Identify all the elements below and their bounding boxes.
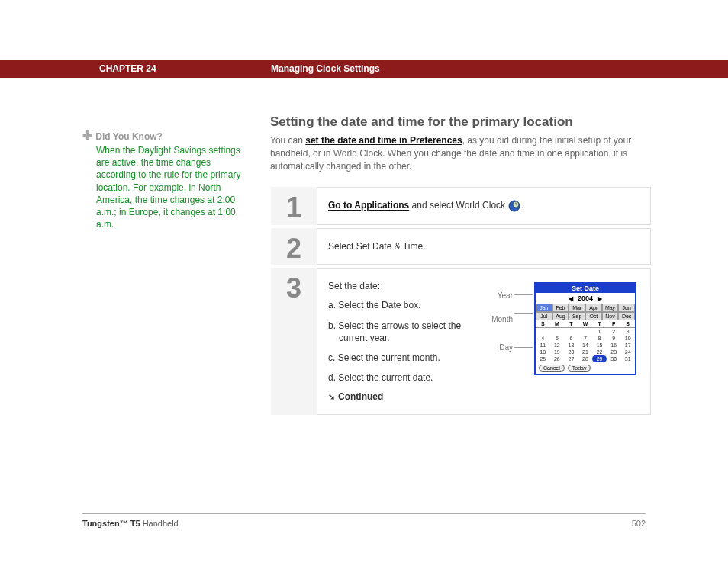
- day-grid: 1234567891011121314151617181920212223242…: [536, 328, 635, 362]
- day-16[interactable]: 16: [607, 342, 621, 349]
- day-24[interactable]: 24: [620, 349, 635, 355]
- day-header: T: [564, 321, 578, 327]
- day-26[interactable]: 26: [550, 355, 565, 362]
- set-date-dialog: Set Date ◀ 2004 ▶ JanFebMarAprMayJunJulA…: [534, 282, 636, 375]
- day-11[interactable]: 11: [536, 342, 550, 349]
- day-headers: SMTWTFS: [536, 320, 635, 328]
- step-1: 1 Go to Applications and select World Cl…: [271, 187, 651, 228]
- continued-arrow-icon: ➘: [328, 392, 335, 401]
- dialog-title: Set Date: [536, 284, 635, 293]
- substep-a: a. Select the Date box.: [328, 299, 478, 311]
- did-you-know-title: Did You Know?: [95, 131, 163, 142]
- month-aug[interactable]: Aug: [552, 312, 569, 320]
- dialog-buttons: Cancel Today: [536, 362, 635, 374]
- year-next-arrow-icon[interactable]: ▶: [598, 295, 602, 302]
- world-clock-icon: [508, 200, 520, 212]
- day-header: S: [536, 321, 550, 327]
- continued-indicator: ➘Continued: [328, 391, 478, 402]
- day-15[interactable]: 15: [592, 342, 607, 349]
- day-empty: [564, 328, 578, 335]
- month-nov[interactable]: Nov: [602, 312, 619, 320]
- day-empty: [536, 328, 550, 335]
- day-23[interactable]: 23: [607, 349, 621, 355]
- day-20[interactable]: 20: [564, 349, 578, 355]
- year-value: 2004: [578, 294, 593, 302]
- day-6[interactable]: 6: [564, 335, 578, 342]
- day-header: F: [607, 321, 621, 327]
- day-4[interactable]: 4: [536, 335, 550, 342]
- substep-b: b. Select the arrows to select the curre…: [328, 320, 478, 344]
- intro-paragraph: You can set the date and time in Prefere…: [270, 134, 652, 172]
- cancel-button[interactable]: Cancel: [539, 365, 565, 372]
- step-2: 2 Select Set Date & Time.: [271, 228, 651, 268]
- month-apr[interactable]: Apr: [585, 304, 602, 312]
- day-21[interactable]: 21: [578, 349, 593, 355]
- month-grid: JanFebMarAprMayJunJulAugSepOctNovDec: [536, 304, 635, 320]
- day-12[interactable]: 12: [550, 342, 565, 349]
- substep-d: d. Select the current date.: [328, 372, 478, 384]
- day-14[interactable]: 14: [578, 342, 593, 349]
- day-25[interactable]: 25: [536, 355, 550, 362]
- day-10[interactable]: 10: [620, 335, 635, 342]
- sidebar: ✚ Did You Know? When the Daylight Saving…: [82, 128, 250, 230]
- calendar-callout-lines: [514, 294, 533, 365]
- day-30[interactable]: 30: [607, 355, 621, 362]
- day-8[interactable]: 8: [592, 335, 607, 342]
- day-5[interactable]: 5: [550, 335, 565, 342]
- day-13[interactable]: 13: [564, 342, 578, 349]
- plus-icon: ✚: [82, 128, 93, 143]
- chapter-label: CHAPTER 24: [99, 63, 156, 74]
- day-22[interactable]: 22: [592, 349, 607, 355]
- month-may[interactable]: May: [602, 304, 619, 312]
- continued-label: Continued: [338, 391, 383, 402]
- month-jun[interactable]: Jun: [618, 304, 635, 312]
- label-day: Day: [487, 343, 513, 352]
- day-9[interactable]: 9: [607, 335, 621, 342]
- month-jan[interactable]: Jan: [536, 304, 552, 312]
- day-17[interactable]: 17: [620, 342, 635, 349]
- steps-container: 1 Go to Applications and select World Cl…: [270, 186, 652, 419]
- product-rest: Handheld: [140, 519, 179, 528]
- day-28[interactable]: 28: [578, 355, 593, 362]
- day-1[interactable]: 1: [592, 328, 607, 335]
- product-bold: Tungsten™ T5: [82, 519, 140, 528]
- step-text: and select World Clock: [409, 201, 507, 211]
- day-empty: [578, 328, 593, 335]
- month-feb[interactable]: Feb: [552, 304, 569, 312]
- day-header: W: [578, 321, 593, 327]
- step-text-end: .: [521, 201, 523, 211]
- step-number: 1: [271, 187, 317, 225]
- calendar-callout-labels: Year Month Day: [487, 291, 513, 367]
- label-month: Month: [487, 315, 513, 323]
- year-prev-arrow-icon[interactable]: ◀: [569, 295, 573, 302]
- month-sep[interactable]: Sep: [569, 312, 585, 320]
- preferences-link[interactable]: set the date and time in Preferences: [305, 135, 462, 146]
- day-18[interactable]: 18: [536, 349, 550, 355]
- day-2[interactable]: 2: [607, 328, 621, 335]
- day-29[interactable]: 29: [592, 355, 607, 362]
- substeps: a. Select the Date box. b. Select the ar…: [328, 299, 478, 384]
- step-number: 3: [271, 268, 317, 415]
- intro-prefix: You can: [270, 135, 305, 146]
- day-empty: [550, 328, 565, 335]
- day-27[interactable]: 27: [564, 355, 578, 362]
- day-header: S: [620, 321, 635, 327]
- year-selector: ◀ 2004 ▶: [536, 293, 635, 304]
- month-oct[interactable]: Oct: [585, 312, 602, 320]
- month-dec[interactable]: Dec: [618, 312, 635, 320]
- step-number: 2: [271, 228, 317, 265]
- step-title: Set the date:: [328, 281, 478, 291]
- month-jul[interactable]: Jul: [536, 312, 552, 320]
- page-number: 502: [632, 519, 646, 528]
- section-title: Managing Clock Settings: [271, 63, 380, 74]
- day-3[interactable]: 3: [620, 328, 635, 335]
- day-7[interactable]: 7: [578, 335, 593, 342]
- today-button[interactable]: Today: [568, 365, 591, 372]
- month-mar[interactable]: Mar: [569, 304, 585, 312]
- day-19[interactable]: 19: [550, 349, 565, 355]
- step-text: Select Set Date & Time.: [328, 241, 639, 252]
- substep-c: c. Select the current month.: [328, 352, 478, 364]
- day-31[interactable]: 31: [620, 355, 635, 362]
- go-to-applications-link[interactable]: Go to Applications: [328, 201, 409, 211]
- label-year: Year: [487, 291, 513, 300]
